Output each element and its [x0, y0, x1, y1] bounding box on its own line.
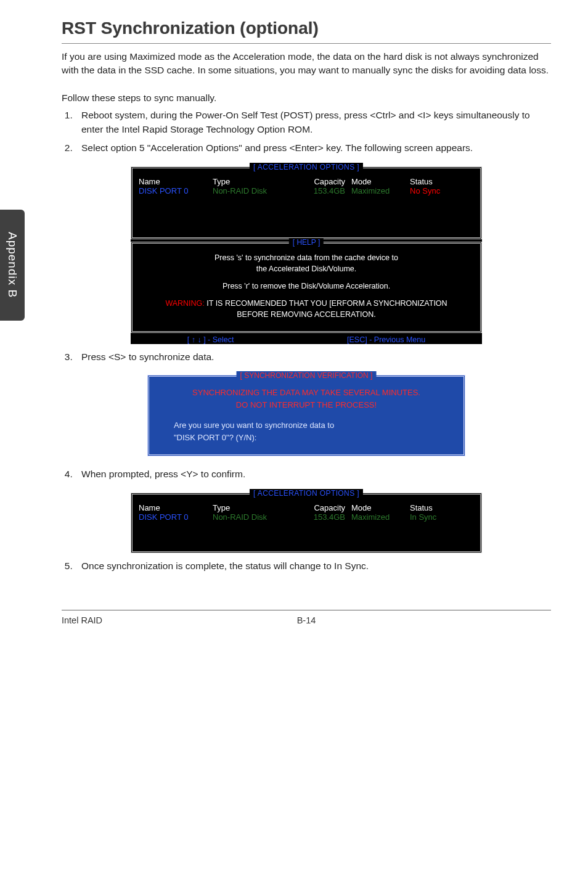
side-tab: Appendix B — [0, 210, 25, 321]
steps-list-cont-5: Once synchronization is complete, the st… — [62, 559, 551, 573]
cell-name: DISK PORT 0 — [139, 512, 213, 522]
bios-table-header-2: Name Type Capacity Mode Status — [139, 503, 474, 512]
bios-acceleration-options-screen: [ ACCELERATION OPTIONS ] Name Type Capac… — [131, 166, 482, 344]
help-line-1: Press 's' to synchronize data from the c… — [139, 253, 474, 262]
side-tab-label: Appendix B — [6, 232, 19, 298]
steps-list-cont-3: Press <S> to synchronize data. — [62, 350, 551, 364]
step-1: Reboot system, during the Power-On Self … — [75, 109, 551, 136]
bios-table-row-2: DISK PORT 0 Non-RAID Disk 153.4GB Maximi… — [139, 512, 474, 522]
footer-left: Intel RAID — [62, 615, 102, 625]
steps-list: Reboot system, during the Power-On Self … — [62, 109, 551, 155]
bios-table-header: Name Type Capacity Mode Status — [139, 177, 474, 186]
help-warning-line-1: WARNING: IT IS RECOMMENDED THAT YOU [ERF… — [139, 299, 474, 308]
col-header-name: Name — [139, 177, 213, 186]
bios-sync-verification-dialog: [ SYNCHRONIZATION VERIFICATION ] SYNCHRO… — [147, 375, 465, 456]
step-3: Press <S> to synchronize data. — [75, 350, 551, 364]
page-content: RST Synchronization (optional) If you ar… — [62, 0, 551, 650]
bios-accel-title-2: [ ACCELERATION OPTIONS ] — [250, 489, 363, 498]
col-header-type: Type — [213, 177, 299, 186]
bios-table-row: DISK PORT 0 Non-RAID Disk 153.4GB Maximi… — [139, 186, 474, 195]
col-header-capacity: Capacity — [299, 177, 351, 186]
cell-status: No Sync — [410, 186, 474, 195]
sync-dialog-title: [ SYNCHRONIZATION VERIFICATION ] — [237, 371, 377, 380]
help-line-2: the Accelerated Disk/Volume. — [139, 265, 474, 273]
col-header-type: Type — [213, 503, 299, 512]
steps-list-cont-4: When prompted, press <Y> to confirm. — [62, 467, 551, 481]
steps-lead: Follow these steps to sync manually. — [62, 91, 551, 105]
col-header-mode: Mode — [351, 177, 410, 186]
cell-type: Non-RAID Disk — [213, 186, 299, 195]
cell-status: In Sync — [410, 512, 474, 522]
col-header-status: Status — [410, 177, 474, 186]
footer-right-spacer — [549, 615, 551, 625]
footer-select-hint: [ ↑ ↓ ] - Select — [187, 335, 234, 344]
cell-mode: Maximized — [351, 186, 410, 195]
cell-mode: Maximized — [351, 512, 410, 522]
step-5: Once synchronization is complete, the st… — [75, 559, 551, 573]
sync-prompt-line-1: Are you sure you want to synchronize dat… — [174, 419, 451, 432]
warning-label: WARNING: — [165, 299, 204, 308]
bios-help-frame: [ HELP ] Press 's' to synchronize data f… — [131, 242, 482, 333]
sync-warn-line-1: SYNCHRONIZING THE DATA MAY TAKE SEVERAL … — [161, 387, 451, 399]
footer-page-number: B-14 — [297, 615, 316, 625]
sync-prompt-line-2: "DISK PORT 0"? (Y/N): — [174, 432, 451, 444]
cell-name: DISK PORT 0 — [139, 186, 213, 195]
cell-capacity: 153.4GB — [299, 186, 351, 195]
step-4: When prompted, press <Y> to confirm. — [75, 467, 551, 481]
page-footer-wrap: Intel RAID B-14 — [62, 610, 551, 625]
sync-warn-line-2: DO NOT INTERRUPT THE PROCESS! — [161, 399, 451, 411]
col-header-mode: Mode — [351, 503, 410, 512]
help-line-3: Press 'r' to remove the Disk/Volume Acce… — [139, 282, 474, 290]
bios-accel-frame: [ ACCELERATION OPTIONS ] Name Type Capac… — [131, 166, 482, 239]
col-header-name: Name — [139, 503, 213, 512]
sync-dialog-prompt: Are you sure you want to synchronize dat… — [174, 419, 451, 443]
bios-accel-title: [ ACCELERATION OPTIONS ] — [250, 163, 363, 171]
cell-type: Non-RAID Disk — [213, 512, 299, 522]
sync-dialog-warning: SYNCHRONIZING THE DATA MAY TAKE SEVERAL … — [161, 387, 451, 411]
section-title: RST Synchronization (optional) — [62, 18, 551, 44]
bios-acceleration-options-screen-synced: [ ACCELERATION OPTIONS ] Name Type Capac… — [131, 493, 482, 553]
bios-help-title: [ HELP ] — [289, 238, 324, 247]
intro-paragraph: If you are using Maximized mode as the A… — [62, 50, 551, 78]
step-2: Select option 5 "Acceleration Options" a… — [75, 141, 551, 155]
footer-esc-hint: [ESC] - Previous Menu — [347, 335, 425, 344]
warning-text-1: IT IS RECOMMENDED THAT YOU [ERFORM A SYN… — [205, 299, 447, 308]
col-header-capacity: Capacity — [299, 503, 351, 512]
bios-accel-frame-2: [ ACCELERATION OPTIONS ] Name Type Capac… — [131, 493, 482, 553]
help-warning-line-2: BEFORE REMOVING ACCELERATION. — [139, 310, 474, 319]
cell-capacity: 153.4GB — [299, 512, 351, 522]
bios-footer-bar: [ ↑ ↓ ] - Select [ESC] - Previous Menu — [131, 333, 482, 344]
page-footer: Intel RAID B-14 — [62, 610, 551, 625]
col-header-status: Status — [410, 503, 474, 512]
